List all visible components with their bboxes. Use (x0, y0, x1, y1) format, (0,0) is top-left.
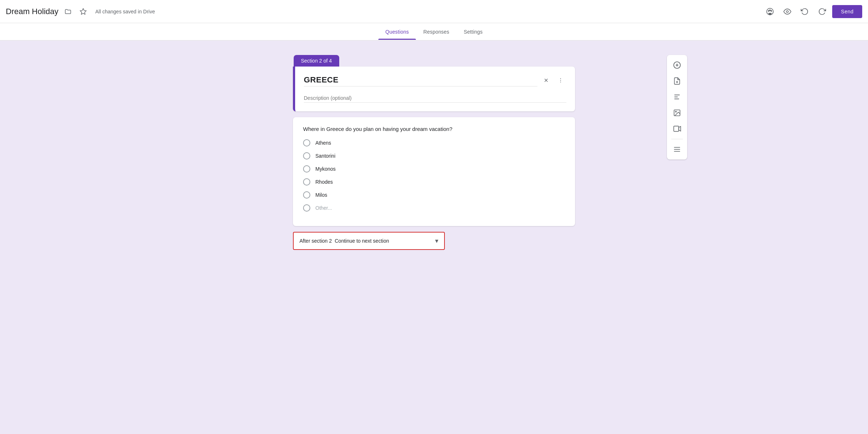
tabs-nav: Questions Responses Settings (0, 23, 868, 41)
section-badge: Section 2 of 4 (294, 55, 339, 67)
send-button[interactable]: Send (832, 5, 862, 18)
after-section-row: After section 2 Continue to next section… (293, 232, 445, 250)
redo-icon[interactable] (815, 4, 829, 19)
radio-athens[interactable] (303, 139, 310, 146)
header-left: Dream Holiday All changes saved in Drive (6, 6, 763, 17)
section-card (293, 67, 575, 111)
main-content: Section 2 of 4 (0, 41, 868, 434)
dropdown-arrow-icon: ▾ (435, 237, 438, 245)
radio-santorini[interactable] (303, 152, 310, 159)
option-santorini: Santorini (303, 152, 565, 159)
svg-point-3 (770, 9, 771, 10)
saved-status: All changes saved in Drive (95, 9, 155, 14)
section-description-input[interactable] (304, 91, 566, 103)
svg-marker-0 (80, 8, 86, 14)
section-title-actions (540, 75, 566, 86)
add-video-icon[interactable] (670, 122, 684, 136)
after-section-select[interactable]: Continue to next section Go to section 1… (335, 238, 433, 244)
more-options-button[interactable] (555, 75, 566, 86)
option-rhodes: Rhodes (303, 178, 565, 186)
label-mykonos: Mykonos (315, 166, 336, 172)
svg-point-2 (768, 10, 769, 11)
preview-icon[interactable] (780, 4, 795, 19)
toolbar-divider (671, 139, 683, 139)
app-header: Dream Holiday All changes saved in Drive (0, 0, 868, 23)
add-question-icon[interactable] (670, 58, 684, 72)
folder-icon[interactable] (62, 6, 74, 17)
option-milos: Milos (303, 191, 565, 199)
radio-other[interactable] (303, 204, 310, 212)
label-athens: Athens (315, 140, 331, 146)
tab-settings[interactable]: Settings (456, 24, 490, 40)
undo-icon[interactable] (797, 4, 812, 19)
radio-rhodes[interactable] (303, 178, 310, 186)
option-other: Other... (303, 204, 565, 212)
palette-icon[interactable] (763, 4, 777, 19)
tab-responses[interactable]: Responses (416, 24, 456, 40)
app-title: Dream Holiday (6, 7, 59, 16)
label-santorini: Santorini (315, 153, 335, 159)
svg-point-5 (787, 10, 789, 13)
add-image-icon[interactable] (670, 106, 684, 120)
option-athens: Athens (303, 139, 565, 146)
form-area: Section 2 of 4 (293, 55, 575, 250)
svg-point-15 (675, 111, 676, 112)
after-section-label: After section 2 (299, 238, 332, 244)
svg-point-23 (560, 78, 561, 79)
section-title-row (304, 74, 566, 86)
label-rhodes: Rhodes (315, 179, 333, 185)
section-title-input[interactable] (304, 74, 537, 86)
svg-point-4 (771, 10, 772, 11)
floating-toolbar (667, 55, 687, 159)
label-other: Other... (315, 205, 332, 211)
star-icon[interactable] (77, 6, 89, 17)
tab-questions[interactable]: Questions (378, 24, 416, 40)
question-card: Where in Greece do you plan on having yo… (293, 117, 575, 226)
svg-point-25 (560, 81, 561, 82)
option-mykonos: Mykonos (303, 165, 565, 173)
header-right: Send (763, 4, 862, 19)
clear-title-button[interactable] (540, 75, 552, 86)
svg-point-24 (560, 80, 561, 81)
import-questions-icon[interactable] (670, 74, 684, 88)
label-milos: Milos (315, 192, 327, 198)
radio-milos[interactable] (303, 191, 310, 199)
question-text: Where in Greece do you plan on having yo… (303, 126, 565, 132)
radio-mykonos[interactable] (303, 165, 310, 173)
add-title-icon[interactable] (670, 90, 684, 104)
svg-rect-16 (674, 126, 679, 132)
add-section-icon[interactable] (670, 142, 684, 157)
svg-marker-17 (679, 127, 681, 131)
